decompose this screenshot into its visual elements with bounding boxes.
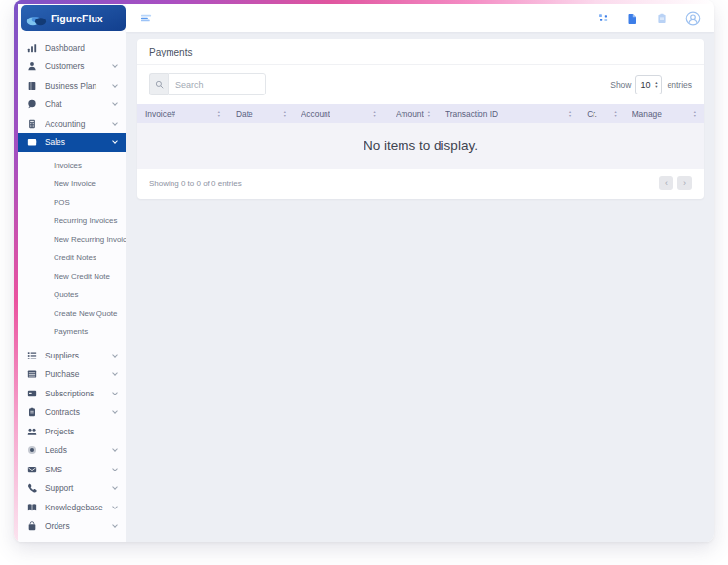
chevron-down-icon [112, 446, 118, 452]
submenu-item-label: Recurring Invoices [54, 216, 117, 225]
sidebar-item-purchase[interactable]: Purchase [18, 365, 126, 385]
chevron-down-icon [112, 504, 118, 509]
target-icon [27, 445, 37, 455]
chevron-down-icon [112, 466, 118, 471]
submenu-item-label: Create New Quote [54, 309, 117, 318]
sales-submenu-item-credit-notes[interactable]: Credit Notes [18, 248, 126, 267]
sidebar-item-chat[interactable]: Chat [18, 95, 126, 115]
sidebar-item-label: Leads [45, 445, 113, 455]
sidebar-item-label: Business Plan [45, 81, 113, 91]
sidebar-item-label: SMS [45, 465, 113, 474]
sidebar-item-suppliers[interactable]: Suppliers [18, 346, 126, 365]
clipboard-icon-clipboard[interactable] [656, 13, 668, 24]
sort-icon: ▴▾ [218, 110, 220, 116]
sidebar-item-sms[interactable]: SMS [18, 460, 126, 479]
chevron-down-icon [112, 62, 118, 68]
sidebar-item-projects[interactable]: Projects [18, 422, 126, 441]
table-column-header-date[interactable]: Date ▴▾ [228, 104, 293, 123]
panel-title: Payments [137, 39, 704, 65]
sales-submenu-item-new-recurring-invoice[interactable]: New Recurring Invoice [18, 230, 126, 248]
chevron-down-icon [112, 352, 118, 358]
sales-submenu-item-recurring-invoices[interactable]: Recurring Invoices [18, 211, 126, 230]
column-label: Date [236, 109, 253, 119]
sales-submenu-item-new-credit-note[interactable]: New Credit Note [18, 267, 126, 285]
sidebar-item-subscriptions[interactable]: Subscriptions [18, 384, 126, 403]
next-page-button[interactable]: › [677, 176, 692, 190]
sidebar-item-business-plan[interactable]: Business Plan [18, 76, 126, 95]
chevron-down-icon [112, 100, 118, 106]
sales-submenu-item-quotes[interactable]: Quotes [18, 285, 126, 304]
sidebar-item-dashboard[interactable]: Dashboard [18, 38, 126, 57]
sidebar-item-orders[interactable]: Orders [18, 517, 126, 537]
submenu-item-label: New Invoice [54, 179, 96, 188]
search-button[interactable] [149, 73, 168, 95]
entries-label: entries [667, 80, 692, 90]
column-label: Amount [396, 109, 424, 119]
sidebar-item-leads[interactable]: Leads [18, 441, 126, 461]
sales-submenu: Invoices New Invoice POS [18, 152, 126, 346]
prev-page-button[interactable]: ‹ [659, 176, 673, 190]
sales-submenu-item-pos[interactable]: POS [18, 193, 126, 211]
column-label: Transaction ID [445, 109, 498, 119]
sort-icon: ▴▾ [694, 110, 696, 116]
sidebar-item-accounting[interactable]: Accounting [18, 114, 126, 133]
sidebar-nav: Dashboard Customers Business Plan [18, 38, 126, 542]
table-column-header-invoice[interactable]: Invoice# ▴▾ [137, 104, 228, 123]
table-column-header-manage[interactable]: Manage ▴▾ [625, 104, 704, 123]
sidebar-item-sales[interactable]: Sales [18, 133, 126, 153]
sidebar-item-customers[interactable]: Customers [18, 57, 126, 77]
chevron-down-icon [112, 390, 118, 396]
chevron-down-icon [112, 370, 118, 376]
sidebar-item-label: Chat [45, 99, 113, 109]
submenu-item-label: Credit Notes [54, 253, 96, 262]
search-input[interactable] [168, 73, 266, 95]
sidebar-item-knowledgebase[interactable]: Knowledgebase [18, 498, 126, 517]
brand-name: FigureFlux [51, 13, 103, 24]
pagination: ‹ › [659, 176, 692, 190]
submenu-item-label: New Recurring Invoice [54, 235, 126, 244]
brand-logo[interactable]: FigureFlux [21, 5, 126, 31]
chevron-down-icon [112, 82, 118, 88]
sidebar-item-label: Purchase [45, 369, 113, 379]
sidebar-item-contracts[interactable]: Contracts [18, 403, 126, 423]
menu-toggle-icon[interactable] [140, 12, 153, 24]
table-column-header-account[interactable]: Account ▴▾ [293, 104, 384, 123]
column-label: Account [301, 109, 330, 119]
top-bar [126, 4, 714, 32]
main-column: Payments Show 10 [126, 4, 714, 542]
submenu-item-label: POS [54, 198, 70, 207]
file-icon-file[interactable] [627, 13, 638, 24]
page: FigureFlux Dashboard Customers [0, 0, 728, 565]
topbar-actions [598, 11, 701, 26]
sidebar-item-label: Contracts [45, 407, 113, 417]
sales-submenu-item-payments[interactable]: Payments [18, 322, 126, 341]
payments-panel: Payments Show 10 [137, 39, 704, 199]
table-column-header-amount[interactable]: Amount ▴▾ [384, 104, 438, 123]
page-size-select[interactable]: 10 ▴▾ [635, 75, 662, 94]
apps-grid-icon-apps-grid[interactable] [598, 13, 609, 23]
user-circle-icon-user-circle[interactable] [685, 11, 701, 26]
sidebar-item-label: Dashboard [45, 43, 113, 53]
calculator-icon [27, 119, 37, 129]
table-controls: Show 10 ▴▾ entries [137, 65, 704, 104]
sidebar-item-label: Sales [45, 137, 113, 147]
table-column-header-transaction-id[interactable]: Transaction ID ▴▾ [438, 104, 579, 123]
sales-submenu-item-new-invoice[interactable]: New Invoice [18, 174, 126, 193]
list-icon [27, 351, 37, 360]
submenu-item-label: Quotes [54, 290, 78, 299]
clipboard-icon [27, 407, 37, 417]
sidebar-item-support[interactable]: Support [18, 479, 126, 499]
sales-submenu-item-create-new-quote[interactable]: Create New Quote [18, 304, 126, 322]
sales-submenu-item-invoices[interactable]: Invoices [18, 156, 126, 174]
sort-icon: ▴▾ [615, 110, 617, 116]
chevron-down-icon [112, 484, 118, 490]
sidebar-item-label: Support [45, 483, 113, 493]
search-icon [155, 80, 164, 89]
submenu-item-label: New Credit Note [54, 272, 110, 281]
sidebar-item-label: Subscriptions [45, 389, 113, 398]
table-column-header-cr[interactable]: Cr. ▴▾ [579, 104, 624, 123]
column-label: Cr. [587, 109, 597, 119]
chevron-down-icon [112, 408, 118, 414]
chevron-down-icon [112, 522, 118, 528]
cloud-logo-icon [26, 13, 47, 24]
